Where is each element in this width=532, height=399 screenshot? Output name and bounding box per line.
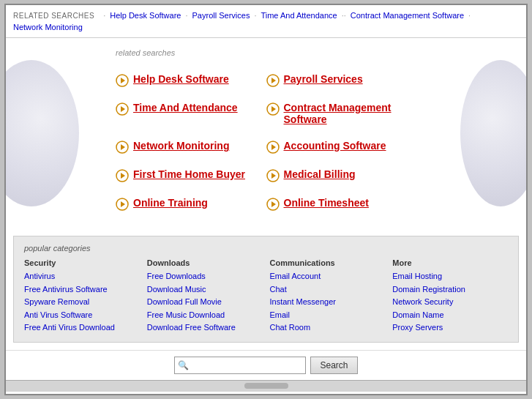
search-bar-area: 🔍 Search: [6, 350, 526, 380]
link-help-desk[interactable]: Help Desk Software: [133, 73, 229, 85]
list-item: Help Desk Software: [116, 66, 266, 94]
arrow-icon: [266, 74, 280, 87]
link-training[interactable]: Online Training: [133, 197, 208, 209]
top-link-help-desk[interactable]: Help Desk Software: [110, 11, 181, 20]
cat-link[interactable]: Email: [270, 309, 386, 322]
svg-marker-3: [271, 78, 276, 83]
svg-marker-19: [271, 201, 276, 207]
category-heading-communications: Communications: [270, 258, 386, 267]
sep-5: ·: [468, 11, 471, 20]
svg-marker-11: [271, 144, 276, 150]
list-item: Network Monitoring: [116, 133, 266, 161]
link-payroll[interactable]: Payroll Services: [284, 73, 363, 85]
cat-link[interactable]: Domain Name: [392, 309, 508, 322]
list-item: Online Timesheet: [266, 190, 417, 218]
cat-link[interactable]: Chat Room: [270, 321, 386, 335]
cat-link[interactable]: Download Full Movie: [147, 296, 263, 309]
main-content: related searches Help Desk Software: [6, 38, 526, 394]
arrow-icon: [266, 141, 280, 154]
list-item: Accounting Software: [266, 133, 417, 161]
search-input[interactable]: [174, 357, 306, 374]
svg-marker-5: [121, 106, 125, 112]
top-related-bar: RELATED SEARCHES · Help Desk Software · …: [6, 5, 526, 38]
cat-link[interactable]: Email Account: [270, 270, 386, 283]
list-item: Contract Management Software: [266, 94, 417, 133]
sep-2: ·: [185, 11, 187, 20]
categories-grid: Security Antivirus Free Antivirus Softwa…: [24, 258, 508, 335]
cat-link[interactable]: Email Hosting: [392, 270, 508, 283]
search-button[interactable]: Search: [310, 357, 357, 374]
cat-link[interactable]: Proxy Servers: [392, 321, 508, 335]
top-link-network[interactable]: Network Monitoring: [13, 23, 83, 31]
cat-link[interactable]: Spyware Removal: [24, 296, 140, 309]
arrow-icon: [266, 169, 280, 182]
cat-link[interactable]: Chat: [270, 283, 386, 297]
link-network[interactable]: Network Monitoring: [133, 140, 229, 152]
category-heading-more: More: [392, 258, 508, 267]
top-link-time[interactable]: Time And Attendance: [261, 11, 337, 20]
svg-marker-17: [121, 201, 125, 207]
browser-frame: RELATED SEARCHES · Help Desk Software · …: [4, 4, 528, 395]
cat-link[interactable]: Domain Registration: [392, 283, 508, 297]
list-item: Online Training: [116, 190, 266, 218]
arrow-icon: [266, 102, 280, 116]
top-link-payroll[interactable]: Payroll Services: [192, 11, 250, 20]
cat-link[interactable]: Download Free Software: [147, 321, 263, 335]
search-icon: 🔍: [178, 360, 189, 370]
cat-link[interactable]: Free Antivirus Software: [24, 283, 140, 297]
top-link-contract[interactable]: Contract Management Software: [351, 11, 464, 20]
list-item: Payroll Services: [266, 66, 417, 94]
sep-3: ·: [254, 11, 256, 20]
link-accounting[interactable]: Accounting Software: [284, 140, 386, 152]
svg-marker-1: [121, 78, 125, 83]
link-time[interactable]: Time And Attendance: [133, 102, 238, 113]
cat-link[interactable]: Instant Messenger: [270, 296, 386, 309]
svg-marker-15: [271, 173, 276, 179]
links-grid: Help Desk Software Payroll Services: [116, 66, 416, 218]
list-item: Medical Billing: [266, 161, 417, 190]
search-input-wrap: 🔍: [174, 357, 306, 374]
svg-marker-9: [121, 144, 125, 150]
category-heading-downloads: Downloads: [147, 258, 263, 267]
svg-marker-7: [271, 106, 276, 112]
category-downloads: Downloads Free Downloads Download Music …: [147, 258, 263, 335]
bottom-bar: [6, 380, 526, 392]
arrow-icon: [116, 74, 129, 87]
list-item: Time And Attendance: [116, 94, 266, 133]
related-section: related searches Help Desk Software: [6, 38, 526, 228]
cat-link[interactable]: Free Anti Virus Download: [24, 321, 140, 335]
cat-link[interactable]: Antivirus: [24, 270, 140, 283]
link-contract[interactable]: Contract Management Software: [284, 102, 410, 125]
cat-link[interactable]: Free Downloads: [147, 270, 263, 283]
cat-link[interactable]: Anti Virus Software: [24, 309, 140, 322]
category-communications: Communications Email Account Chat Instan…: [270, 258, 386, 335]
category-more: More Email Hosting Domain Registration N…: [392, 258, 508, 335]
svg-marker-13: [121, 173, 125, 179]
arrow-icon: [116, 169, 129, 182]
top-bar-label: RELATED SEARCHES: [13, 12, 94, 20]
list-item: First Time Home Buyer: [116, 161, 266, 190]
cat-link[interactable]: Network Security: [392, 296, 508, 309]
link-home-buyer[interactable]: First Time Home Buyer: [133, 168, 245, 180]
arrow-icon: [116, 198, 129, 211]
link-timesheet[interactable]: Online Timesheet: [284, 197, 369, 209]
popular-title: popular categories: [24, 244, 508, 253]
category-security: Security Antivirus Free Antivirus Softwa…: [24, 258, 140, 335]
arrow-icon: [116, 102, 129, 116]
bottom-scrollbar[interactable]: [244, 383, 288, 389]
related-title: related searches: [116, 48, 416, 57]
cat-link[interactable]: Download Music: [147, 283, 263, 297]
sep-1: ·: [103, 11, 105, 20]
category-heading-security: Security: [24, 258, 140, 267]
arrow-icon: [116, 141, 129, 154]
link-medical[interactable]: Medical Billing: [284, 168, 356, 180]
sep-4: ··: [342, 11, 346, 20]
cat-link[interactable]: Free Music Download: [147, 309, 263, 322]
arrow-icon: [266, 198, 280, 211]
popular-section: popular categories Security Antivirus Fr…: [13, 236, 519, 343]
